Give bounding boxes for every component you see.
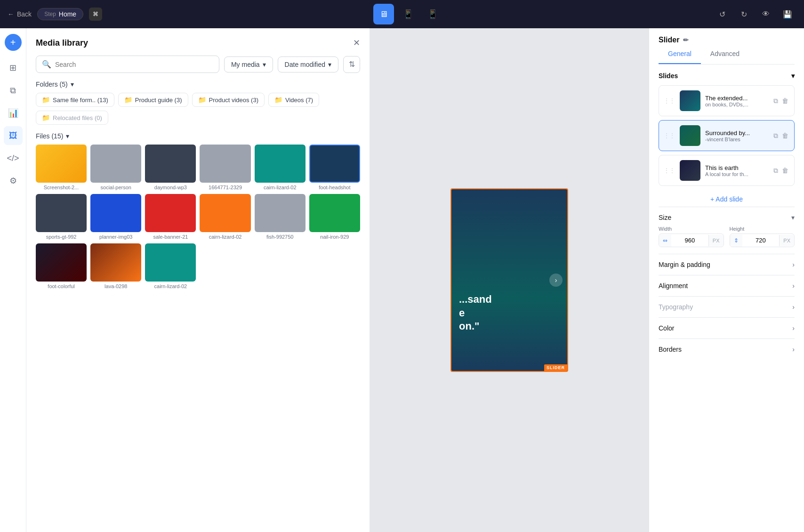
back-button[interactable]: ← Back — [8, 10, 32, 18]
width-unit: PX — [708, 235, 724, 246]
slide-thumbnail — [680, 125, 700, 146]
media-filter-dropdown[interactable]: My media ▾ — [224, 56, 273, 73]
width-label: Width — [659, 226, 724, 232]
slide-copy-button[interactable]: ⧉ — [772, 166, 779, 176]
list-item[interactable]: planner-img03 — [90, 194, 141, 240]
drag-handle-icon[interactable]: ⋮⋮ — [664, 97, 675, 104]
list-item[interactable]: cairn-lizard-02 — [145, 243, 196, 289]
list-item[interactable]: 1664771-2329 — [200, 145, 250, 190]
slide-actions: ⧉ 🗑 — [772, 96, 789, 106]
preview-button[interactable]: 👁 — [757, 5, 775, 23]
add-slide-button[interactable]: + Add slide — [659, 192, 795, 207]
folder-icon: 📁 — [42, 96, 50, 104]
save-button[interactable]: 💾 — [779, 5, 796, 23]
undo-button[interactable]: ↺ — [714, 5, 732, 23]
typography-section[interactable]: Typography › — [659, 296, 795, 317]
list-item[interactable]: foot-colorful — [36, 243, 87, 289]
slide-item-active[interactable]: ⋮⋮ Surrounded by... -vincent B'lares ⧉ 🗑 — [659, 120, 795, 151]
list-item[interactable]: sports-gt-992 — [36, 194, 87, 240]
redo-button[interactable]: ↻ — [735, 5, 753, 23]
slide-item[interactable]: ⋮⋮ The extended... on books, DVDs,... ⧉ … — [659, 85, 795, 116]
size-label: Size — [659, 214, 671, 221]
tablet-device-button[interactable]: 📱 — [398, 4, 418, 24]
sort-order-button[interactable]: ⇅ — [343, 56, 360, 73]
folder-product-guide[interactable]: 📁 Product guide (3) — [118, 93, 188, 107]
width-field: Width ⇔ PX — [659, 226, 724, 247]
sidebar-icon-settings[interactable]: ⚙ — [4, 171, 23, 190]
list-item[interactable]: foot-headshot — [309, 145, 360, 190]
folder-videos[interactable]: 📁 Videos (7) — [268, 93, 319, 107]
folder-product-videos[interactable]: 📁 Product videos (3) — [192, 93, 265, 107]
slide-delete-button[interactable]: 🗑 — [781, 166, 789, 175]
height-input[interactable] — [742, 234, 780, 247]
list-item[interactable]: sale-banner-21 — [145, 194, 196, 240]
folder-relocated[interactable]: 📁 Relocated files (0) — [36, 111, 108, 125]
size-section-header[interactable]: Size ▾ — [659, 214, 795, 221]
height-unit: PX — [779, 235, 794, 246]
search-input[interactable] — [55, 61, 213, 68]
folders-label: Folders (5) — [36, 81, 68, 88]
slider-next-arrow[interactable]: › — [549, 274, 563, 287]
back-label: Back — [17, 10, 32, 18]
sidebar-icon-media[interactable]: 🖼 — [4, 126, 23, 145]
drag-handle-icon[interactable]: ⋮⋮ — [664, 167, 675, 174]
list-item[interactable]: cairn-lizard-02 — [200, 194, 250, 240]
desktop-device-button[interactable]: 🖥 — [373, 4, 394, 24]
slide-actions: ⧉ 🗑 — [772, 166, 789, 176]
slide-delete-button[interactable]: 🗑 — [781, 131, 789, 140]
slide-delete-button[interactable]: 🗑 — [781, 96, 789, 105]
folder-name: Product guide (3) — [135, 97, 182, 104]
slide-info: This is earth A local tour for th... — [705, 164, 768, 177]
mobile-device-button[interactable]: 📱 — [422, 4, 443, 24]
slides-chevron-icon: ▾ — [791, 72, 795, 80]
sidebar-icon-chart[interactable]: 📊 — [4, 104, 23, 122]
right-panel-header: Slider ✏ — [649, 28, 804, 44]
borders-section[interactable]: Borders › — [659, 339, 795, 360]
folder-same-file[interactable]: 📁 Same file form.. (13) — [36, 93, 114, 107]
color-chevron-icon: › — [792, 324, 795, 332]
slide-item[interactable]: ⋮⋮ This is earth A local tour for th... … — [659, 155, 795, 186]
tab-general[interactable]: General — [659, 44, 701, 64]
files-section-header[interactable]: Files (15) ▾ — [36, 132, 360, 140]
slide-title: This is earth — [705, 164, 768, 171]
search-box: 🔍 — [36, 56, 219, 73]
file-name: planner-img03 — [90, 234, 141, 240]
width-input[interactable] — [671, 234, 708, 247]
list-item[interactable]: cairn-lizard-02 — [255, 145, 306, 190]
sidebar-icon-components[interactable]: ⧉ — [4, 81, 23, 100]
sidebar-icon-code[interactable]: </> — [4, 149, 23, 168]
alignment-section[interactable]: Alignment › — [659, 275, 795, 296]
borders-chevron-icon: › — [792, 346, 795, 353]
typography-label: Typography — [659, 303, 693, 311]
list-item[interactable]: fish-992750 — [255, 194, 306, 240]
tab-advanced[interactable]: Advanced — [701, 44, 749, 64]
file-name: cairn-lizard-02 — [145, 283, 196, 289]
folders-section-header[interactable]: Folders (5) ▾ — [36, 81, 360, 88]
file-thumbnail — [200, 145, 250, 183]
file-thumbnail — [36, 145, 87, 183]
topbar-left: ← Back Step Home ⌘ — [8, 8, 102, 21]
drag-handle-icon[interactable]: ⋮⋮ — [664, 132, 675, 139]
color-section[interactable]: Color › — [659, 317, 795, 339]
file-thumbnail — [255, 194, 306, 232]
margin-padding-chevron-icon: › — [792, 261, 795, 268]
margin-padding-section[interactable]: Margin & padding › — [659, 254, 795, 275]
edit-icon[interactable]: ✏ — [683, 36, 689, 44]
close-button[interactable]: ✕ — [353, 38, 360, 48]
folders-grid: 📁 Same file form.. (13) 📁 Product guide … — [36, 93, 360, 125]
list-item[interactable]: lava-0298 — [90, 243, 141, 289]
width-link-icon: ⇔ — [659, 234, 671, 247]
file-name: Screenshot-2... — [36, 185, 87, 190]
add-element-button[interactable]: + — [5, 34, 22, 51]
slides-section-header[interactable]: Slides ▾ — [659, 72, 795, 80]
list-item[interactable]: Screenshot-2... — [36, 145, 87, 190]
list-item[interactable]: social-person — [90, 145, 141, 190]
slide-copy-button[interactable]: ⧉ — [772, 131, 779, 141]
borders-row: Borders › — [659, 346, 795, 353]
sidebar-icon-layers[interactable]: ⊞ — [4, 58, 23, 77]
list-item[interactable]: daymond-wp3 — [145, 145, 196, 190]
sort-dropdown[interactable]: Date modified ▾ — [278, 56, 338, 73]
alignment-label: Alignment — [659, 282, 688, 290]
list-item[interactable]: nail-iron-929 — [309, 194, 360, 240]
slide-copy-button[interactable]: ⧉ — [772, 96, 779, 106]
